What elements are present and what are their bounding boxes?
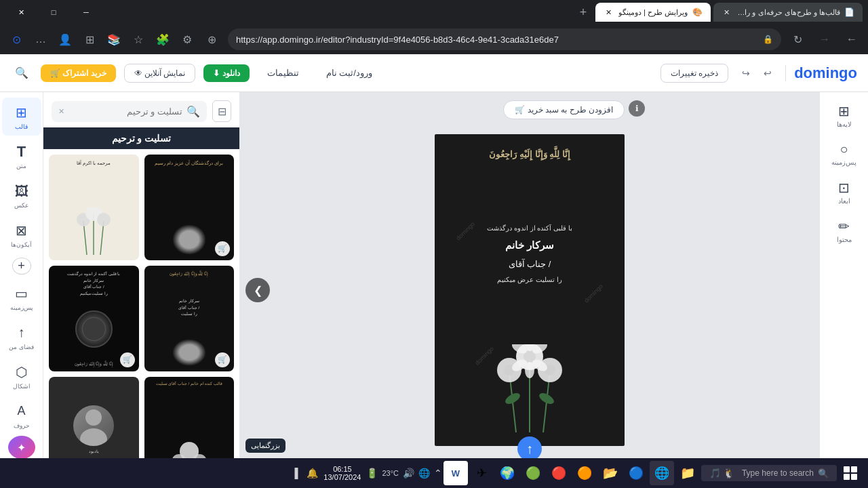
upload-button[interactable]: ↑ — [517, 436, 542, 461]
subscribe-button[interactable]: خرید اشتراک 🛒 — [41, 64, 116, 82]
add-to-favorites-icon[interactable]: ⊕ — [201, 28, 222, 50]
right-sidebar: ⊞ قالب T متن 🖼 عکس ⊠ آیکون‌ها + ▭ پس‌زمی… — [0, 92, 43, 488]
add-to-cart-button[interactable]: افزودن طرح به سبد خرید 🛒 — [503, 100, 625, 119]
right-tool-fonts[interactable]: A حروف — [2, 396, 41, 434]
taskbar-app-telegram[interactable]: ✈ — [469, 461, 494, 485]
download-button[interactable]: دانلود ⬇ — [203, 64, 249, 82]
next-button[interactable]: ❯ — [245, 278, 270, 302]
settings-button[interactable]: تنظیمات — [258, 64, 309, 82]
login-button[interactable]: ورود/ثبت نام — [317, 64, 382, 82]
maximize-button[interactable]: □ — [38, 0, 69, 24]
ai-button[interactable]: ✦ — [8, 436, 35, 460]
refresh-button[interactable]: ↻ — [787, 28, 808, 50]
forward-button[interactable]: → — [814, 28, 835, 50]
search-clear-icon[interactable]: ✕ — [58, 107, 64, 116]
canvas-text-line3: / جناب آقای — [509, 256, 551, 273]
right-tool-photo[interactable]: 🖼 عکس — [2, 176, 41, 214]
right-tool-icons[interactable]: ⊠ آیکون‌ها — [2, 216, 41, 253]
search-icon: 🔍 — [186, 105, 200, 118]
taskbar-app-word[interactable]: W — [443, 461, 468, 485]
taskbar-app-explorer[interactable]: 📂 — [598, 461, 623, 485]
template-search-bar[interactable]: 🔍 ✕ — [52, 101, 207, 122]
taskbar: 🔍 Type here to search 🐧 🎵 📁 🌐 🔵 📂 🟠 🔴 🟢 … — [0, 458, 868, 488]
tool-content[interactable]: ✏ محتوا — [824, 213, 865, 249]
right-tool-myspace-label: فضای من — [9, 344, 34, 350]
tab1-close[interactable]: ✕ — [722, 7, 732, 18]
extensions-icon[interactable]: 🧩 — [152, 28, 174, 50]
myspace-icon: ↑ — [12, 323, 31, 342]
template1-text: برای درگذشتگان آن عزیز دام رسیم — [155, 160, 223, 167]
split-screen-icon[interactable]: ⊞ — [79, 28, 100, 50]
right-tool-myspace[interactable]: ↑ فضای من — [2, 318, 41, 356]
taskbar-volume-icon[interactable]: 🔊 — [403, 468, 414, 479]
window-controls: ─ □ ✕ — [5, 0, 102, 24]
taskbar-app-browser[interactable]: 🌐 — [650, 461, 674, 485]
tab2-close[interactable]: ✕ — [604, 7, 614, 18]
tool-background[interactable]: ○ پس‌زمینه — [824, 136, 865, 171]
new-tab-button[interactable]: + — [574, 3, 593, 22]
taskbar-app-world[interactable]: 🌍 — [495, 461, 519, 485]
template3-cart-icon[interactable]: 🛒 — [215, 352, 230, 367]
right-tool-text-label: متن — [16, 163, 26, 169]
browser-tab-2[interactable]: 🎨 ویرایش طرح | دومینگو ✕ — [595, 3, 711, 22]
filter-button[interactable]: ⊟ — [212, 100, 231, 122]
browser-tab-1[interactable]: 📄 قالب‌ها و طرح‌های حرفه‌ای و رایگان ✕ — [713, 3, 863, 22]
template-card-4[interactable]: با قلبی آکنده از اندوه درگذشتسرکار خانم/… — [49, 266, 139, 371]
background-r-icon: ▭ — [12, 284, 31, 303]
bookmarks-icon[interactable]: ☆ — [127, 28, 149, 50]
template-category-button[interactable]: تسلیت و ترحیم — [43, 127, 239, 149]
close-button[interactable]: ✕ — [5, 0, 37, 24]
template2-text: مرحمه با اکرم آقا — [77, 160, 111, 167]
url-bar[interactable]: 🔒 https://app.domingo.ir/editor?industry… — [228, 28, 781, 50]
url-text: https://app.domingo.ir/editor?industryId… — [236, 35, 757, 45]
taskbar-show-desktop-icon[interactable]: ▌ — [294, 468, 301, 479]
tool-layers[interactable]: ⊞ لایه‌ها — [824, 98, 865, 134]
tool-content-label: محتوا — [837, 236, 852, 243]
taskbar-app-green[interactable]: 🟢 — [521, 461, 545, 485]
template4-cart-icon[interactable]: 🛒 — [120, 352, 135, 367]
template-card-2[interactable]: مرحمه با اکرم آقا — [49, 155, 139, 260]
canvas-info-button[interactable]: ℹ — [629, 100, 645, 117]
taskbar-app-files[interactable]: 📁 — [675, 461, 700, 485]
logo-text: domingo — [794, 64, 857, 82]
header-search-icon[interactable]: 🔍 — [11, 62, 33, 84]
add-element-button[interactable]: + — [12, 258, 31, 274]
edge-copilot-icon[interactable]: ⊙ — [5, 28, 27, 50]
template3-body: سرکار خانم/ جناب آقایرا تسلیت — [178, 298, 199, 318]
svg-point-26 — [85, 409, 102, 426]
taskbar-notification-icon[interactable]: 🔔 — [307, 468, 318, 479]
template-search-input[interactable] — [68, 106, 182, 117]
taskbar-battery-icon[interactable]: 🔋 — [366, 468, 378, 479]
back-button[interactable]: ← — [841, 28, 863, 50]
redo-button[interactable]: ↪ — [736, 64, 755, 83]
browser-settings-icon[interactable]: ⚙ — [176, 28, 198, 50]
taskbar-app-red[interactable]: 🔴 — [547, 461, 571, 485]
canvas-text-line2: سرکار خانم — [505, 235, 554, 256]
right-tool-text[interactable]: T متن — [2, 137, 41, 175]
taskbar-start-button[interactable] — [838, 461, 863, 485]
taskbar-time: 06:15 — [323, 465, 361, 473]
more-options-icon[interactable]: … — [30, 28, 52, 50]
taskbar-app-orange[interactable]: 🟠 — [572, 461, 597, 485]
browser-toolbar-icons: ⊕ ⚙ 🧩 ☆ 📚 ⊞ 👤 … ⊙ — [5, 28, 222, 50]
taskbar-right: ⌃ 🌐 🔊 23°C 🔋 06:15 13/07/2024 🔔 ▌ — [294, 465, 442, 481]
collections-icon[interactable]: 📚 — [103, 28, 125, 50]
template-card-1[interactable]: برای درگذشتگان آن عزیز دام رسیم 🛒 — [144, 155, 235, 260]
taskbar-up-arrow[interactable]: ⌃ — [434, 468, 442, 479]
right-tool-shapes[interactable]: ⬡ اشکال — [2, 357, 41, 395]
taskbar-network-icon[interactable]: 🌐 — [418, 468, 430, 479]
profile-icon[interactable]: 👤 — [54, 28, 76, 50]
template1-cart-icon[interactable]: 🛒 — [215, 241, 230, 256]
undo-button[interactable]: ↩ — [758, 64, 777, 83]
tool-dimensions-label: ابعاد — [838, 197, 850, 205]
taskbar-search[interactable]: 🔍 Type here to search 🐧 🎵 — [701, 465, 837, 481]
minimize-button[interactable]: ─ — [71, 0, 102, 24]
right-tool-template[interactable]: ⊞ قالب — [2, 98, 41, 136]
watermark-2: domingo — [583, 283, 604, 304]
template-card-3[interactable]: إِنَّا لِلَّهِ وَإِنَّا إِلَيْهِ رَاجِعُ… — [144, 266, 235, 371]
right-tool-background[interactable]: ▭ پس‌زمینه — [2, 279, 41, 317]
save-button[interactable]: ذخیره تغییرات — [660, 64, 728, 83]
tool-dimensions[interactable]: ⊡ ابعاد — [824, 174, 865, 210]
online-preview-button[interactable]: نمایش آنلاین 👁 — [124, 64, 196, 83]
taskbar-app-edge[interactable]: 🔵 — [624, 461, 648, 485]
